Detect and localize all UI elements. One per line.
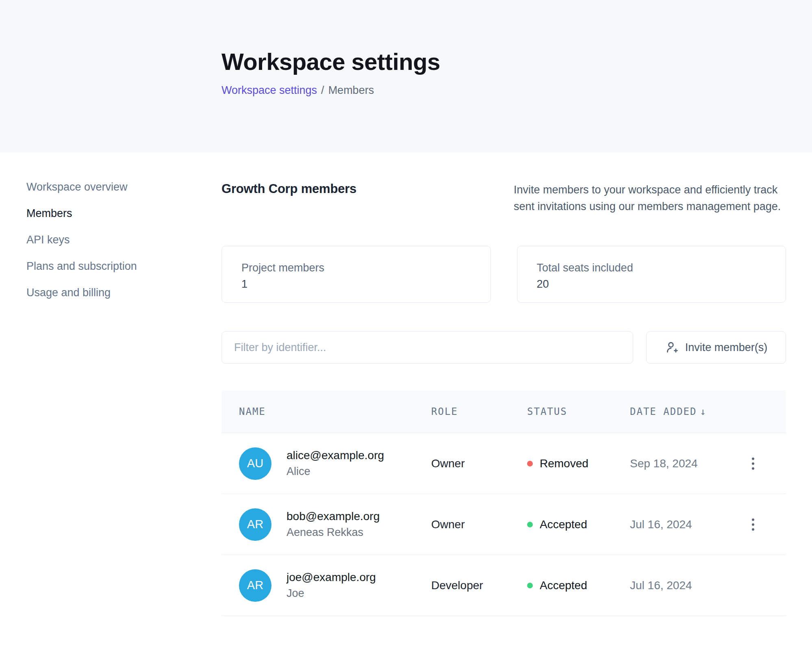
sidebar-item-members[interactable]: Members xyxy=(26,206,221,220)
stat-card-project-members: Project members 1 xyxy=(221,246,491,303)
column-header-status[interactable]: STATUS xyxy=(527,406,630,417)
member-email: joe@example.org xyxy=(287,571,376,584)
stat-value: 20 xyxy=(537,278,786,291)
member-role: Owner xyxy=(431,518,527,531)
table-row: AR joe@example.org Joe Developer Accepte… xyxy=(221,555,786,616)
sidebar-item-workspace-overview[interactable]: Workspace overview xyxy=(26,180,221,194)
date-added: Jul 16, 2024 xyxy=(630,579,730,592)
members-table: NAME ROLE STATUS DATE ADDED↓ AU alice@ex… xyxy=(221,390,786,616)
invite-members-label: Invite member(s) xyxy=(685,341,768,354)
date-added: Sep 18, 2024 xyxy=(630,457,730,470)
table-row: AR bob@example.org Aeneas Rekkas Owner A… xyxy=(221,494,786,555)
member-name: Alice xyxy=(287,465,384,478)
status-dot xyxy=(527,583,533,588)
stat-label: Total seats included xyxy=(537,262,786,274)
page-header: Workspace settings Workspace settings/Me… xyxy=(0,0,812,152)
column-header-role[interactable]: ROLE xyxy=(431,406,527,417)
sidebar-item-api-keys[interactable]: API keys xyxy=(26,233,221,247)
page-title: Workspace settings xyxy=(221,48,786,75)
member-name: Aeneas Rekkas xyxy=(287,526,380,539)
members-description: Invite members to your workspace and eff… xyxy=(514,182,786,215)
column-header-name[interactable]: NAME xyxy=(239,406,431,417)
avatar: AR xyxy=(239,508,271,541)
members-panel: Growth Corp members Invite members to yo… xyxy=(221,152,786,616)
column-header-date-added[interactable]: DATE ADDED↓ xyxy=(630,406,730,417)
table-header-row: NAME ROLE STATUS DATE ADDED↓ xyxy=(221,390,786,433)
stat-card-total-seats: Total seats included 20 xyxy=(517,246,786,303)
member-role: Developer xyxy=(431,579,527,592)
member-role: Owner xyxy=(431,457,527,470)
member-name: Joe xyxy=(287,587,376,600)
date-added: Jul 16, 2024 xyxy=(630,518,730,531)
stat-cards: Project members 1 Total seats included 2… xyxy=(221,246,786,303)
avatar: AR xyxy=(239,569,271,602)
sidebar-item-plans-and-subscription[interactable]: Plans and subscription xyxy=(26,259,221,273)
table-row: AU alice@example.org Alice Owner Removed… xyxy=(221,433,786,494)
status-label: Accepted xyxy=(540,518,587,531)
status-label: Removed xyxy=(540,457,588,470)
members-heading: Growth Corp members xyxy=(221,182,514,196)
row-menu-button[interactable] xyxy=(748,514,758,535)
member-status: Accepted xyxy=(527,579,630,592)
invite-members-button[interactable]: Invite member(s) xyxy=(646,331,786,364)
sidebar-item-usage-and-billing[interactable]: Usage and billing xyxy=(26,286,221,299)
status-dot xyxy=(527,522,533,527)
breadcrumb-current: Members xyxy=(328,84,374,96)
breadcrumb-separator: / xyxy=(321,84,324,96)
breadcrumb: Workspace settings/Members xyxy=(221,84,786,97)
member-email: bob@example.org xyxy=(287,510,380,523)
settings-sidebar: Workspace overview Members API keys Plan… xyxy=(0,152,221,616)
avatar: AU xyxy=(239,447,271,480)
member-status: Accepted xyxy=(527,518,630,531)
status-dot xyxy=(527,461,533,466)
row-menu-button[interactable] xyxy=(748,453,758,474)
filter-input[interactable] xyxy=(221,331,633,364)
member-email: alice@example.org xyxy=(287,449,384,462)
status-label: Accepted xyxy=(540,579,587,592)
stat-value: 1 xyxy=(241,278,491,291)
stat-label: Project members xyxy=(241,262,491,274)
breadcrumb-link-workspace-settings[interactable]: Workspace settings xyxy=(221,84,317,96)
sort-desc-icon: ↓ xyxy=(700,406,706,417)
user-plus-icon xyxy=(665,341,679,354)
member-status: Removed xyxy=(527,457,630,470)
